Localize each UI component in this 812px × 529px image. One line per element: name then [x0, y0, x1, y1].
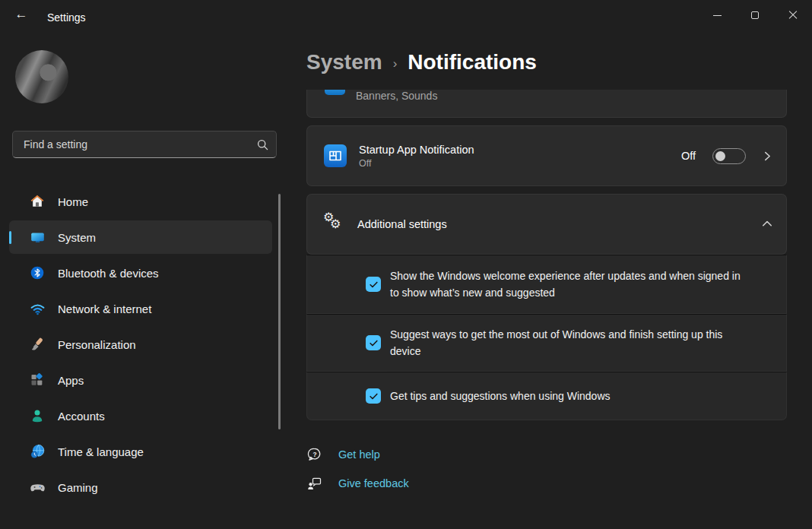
get-help-label[interactable]: Get help [338, 448, 380, 461]
notifications-row-inner: Banners, Sounds [307, 90, 786, 117]
maximize-icon [751, 11, 759, 19]
search-input[interactable] [24, 138, 257, 150]
sidebar-item-personalization[interactable]: Personalization [9, 328, 272, 361]
tips-suggestions-checkbox[interactable] [366, 388, 381, 404]
sidebar-nav: Home System Bluetooth & devices Net [3, 182, 278, 506]
minimize-icon [713, 15, 722, 16]
svg-text:?: ? [312, 451, 316, 458]
tips-suggestions-row[interactable]: Get tips and suggestions when using Wind… [306, 372, 787, 420]
sidebar-item-label: Home [58, 195, 88, 208]
additional-settings-text: Additional settings [357, 218, 762, 230]
sidebar-item-label: Gaming [58, 481, 98, 494]
app-title: Settings [47, 11, 86, 24]
caption-buttons [698, 0, 812, 30]
get-help-link[interactable]: ? Get help [306, 447, 409, 462]
search-icon[interactable] [257, 139, 268, 150]
person-icon [29, 407, 46, 424]
user-avatar[interactable] [15, 50, 68, 103]
feedback-person-icon [306, 476, 323, 491]
sidebar-item-home[interactable]: Home [9, 185, 272, 218]
page-title: Notifications [408, 50, 537, 74]
toggle-state-label: Off [681, 150, 696, 162]
footer-links: ? Get help Give feedback [306, 447, 409, 491]
sidebar-item-apps[interactable]: Apps [9, 363, 272, 397]
chevron-up-icon[interactable] [762, 219, 772, 230]
breadcrumb: System › Notifications [306, 50, 537, 74]
welcome-experience-checkbox[interactable] [366, 277, 381, 292]
titlebar: ← Settings [0, 0, 812, 30]
back-arrow-icon: ← [15, 7, 28, 22]
notifications-icon [325, 90, 345, 95]
checkbox-label: Show the Windows welcome experience afte… [390, 268, 744, 301]
gears-icon: ⚙ ⚙ [323, 213, 346, 236]
additional-settings-title: Additional settings [357, 218, 762, 230]
startup-row-subtitle: Off [359, 158, 681, 169]
wifi-icon [29, 300, 46, 317]
search-box [12, 131, 277, 158]
give-feedback-link[interactable]: Give feedback [306, 476, 409, 491]
help-bubble-icon: ? [306, 447, 323, 462]
maximize-button[interactable] [736, 0, 774, 30]
breadcrumb-separator-icon: › [393, 56, 398, 71]
sidebar-item-label: Bluetooth & devices [58, 267, 159, 280]
sidebar-item-label: Network & internet [58, 303, 151, 315]
give-feedback-label[interactable]: Give feedback [338, 477, 409, 489]
close-icon [788, 11, 798, 20]
globe-clock-icon [29, 443, 46, 460]
paintbrush-icon [29, 336, 46, 353]
sidebar-item-system[interactable]: System [9, 220, 272, 254]
sidebar-item-label: Accounts [58, 410, 105, 423]
checkbox-label: Get tips and suggestions when using Wind… [390, 388, 611, 404]
sidebar-scrollbar[interactable] [278, 194, 281, 429]
minimize-button[interactable] [698, 0, 736, 30]
startup-row-controls: Off [681, 148, 786, 164]
gamepad-icon [29, 479, 46, 496]
startup-toggle[interactable] [712, 148, 746, 164]
sidebar-item-bluetooth[interactable]: Bluetooth & devices [9, 256, 272, 290]
system-icon [29, 229, 46, 245]
startup-row-title: Startup App Notification [359, 144, 681, 156]
sidebar-item-gaming[interactable]: Gaming [9, 470, 272, 504]
sidebar-item-label: Personalization [58, 338, 136, 351]
back-button[interactable]: ← [8, 2, 35, 27]
toggle-knob [715, 151, 725, 161]
chevron-right-icon[interactable] [763, 151, 772, 161]
startup-app-notification-row[interactable]: Startup App Notification Off Off [306, 125, 787, 186]
sidebar-item-network[interactable]: Network & internet [9, 292, 272, 325]
close-button[interactable] [774, 0, 812, 30]
welcome-experience-row[interactable]: Show the Windows welcome experience afte… [306, 255, 787, 314]
expander-controls [762, 219, 786, 230]
additional-settings-header[interactable]: ⚙ ⚙ Additional settings [306, 194, 787, 255]
home-icon [29, 193, 46, 210]
sidebar: Home System Bluetooth & devices Net [0, 30, 283, 529]
sidebar-item-label: Time & language [58, 445, 144, 458]
apps-icon [29, 372, 46, 388]
selected-accent-pill [9, 231, 11, 244]
startup-row-text: Startup App Notification Off [359, 144, 681, 169]
sidebar-item-accounts[interactable]: Accounts [9, 399, 272, 432]
startup-app-icon [323, 144, 347, 168]
suggest-ways-checkbox[interactable] [366, 335, 381, 350]
sidebar-item-time-language[interactable]: Time & language [9, 435, 272, 468]
breadcrumb-parent[interactable]: System [306, 50, 382, 74]
notifications-subtitle: Banners, Sounds [356, 90, 437, 102]
suggest-ways-row[interactable]: Suggest ways to get the most out of Wind… [306, 314, 787, 372]
checkbox-label: Suggest ways to get the most out of Wind… [390, 326, 744, 360]
bluetooth-icon [29, 264, 46, 281]
main-content: System › Notifications Banners, Sounds S… [283, 30, 812, 529]
sidebar-item-label: System [58, 231, 96, 244]
settings-window: ← Settings Home [0, 0, 812, 529]
settings-cards: Banners, Sounds Startup App Notification… [306, 90, 787, 420]
notifications-row-clipped[interactable]: Banners, Sounds [306, 90, 787, 118]
sidebar-item-label: Apps [58, 374, 84, 387]
